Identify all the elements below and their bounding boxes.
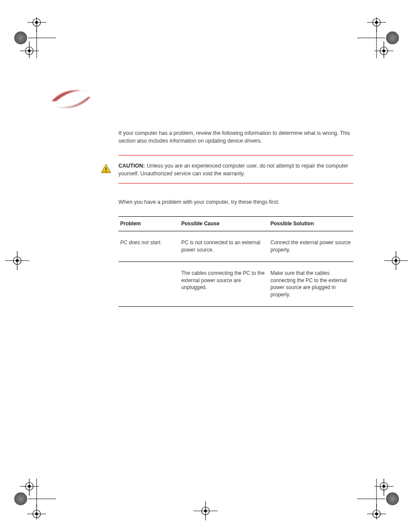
caution-text: Unless you are an experienced computer u… bbox=[118, 163, 348, 177]
crop-mark-icon bbox=[193, 500, 218, 523]
crop-mark-icon bbox=[4, 250, 30, 273]
crop-mark-icon bbox=[357, 479, 400, 521]
svg-point-38 bbox=[35, 513, 38, 515]
table-row: PC does not start. PC is not connected t… bbox=[118, 231, 353, 262]
svg-point-31 bbox=[25, 482, 33, 490]
caution-callout: CAUTION: Unless you are an experienced c… bbox=[118, 155, 353, 184]
svg-rect-56 bbox=[106, 167, 106, 170]
svg-point-23 bbox=[16, 259, 19, 262]
troubleshoot-table: Problem Possible Cause Possible Solution… bbox=[118, 216, 353, 307]
svg-point-2 bbox=[35, 21, 38, 24]
svg-point-57 bbox=[106, 171, 107, 172]
svg-point-13 bbox=[375, 21, 378, 24]
svg-point-30 bbox=[14, 492, 27, 505]
page-content: If your computer has a problem, review t… bbox=[118, 129, 353, 307]
svg-point-37 bbox=[33, 510, 40, 518]
crop-mark-icon bbox=[357, 17, 400, 60]
svg-point-47 bbox=[383, 485, 385, 488]
svg-point-27 bbox=[395, 259, 397, 262]
svg-point-7 bbox=[25, 47, 33, 55]
table-cell: PC is not connected to an external power… bbox=[180, 231, 269, 262]
table-cell: Connect the external power source proper… bbox=[269, 231, 353, 262]
troubleshoot-intro: When you have a problem with your comput… bbox=[118, 198, 353, 206]
svg-point-42 bbox=[204, 510, 207, 512]
table-cell bbox=[118, 261, 180, 306]
svg-point-22 bbox=[13, 257, 21, 264]
svg-point-12 bbox=[373, 19, 380, 26]
warning-icon bbox=[100, 163, 112, 174]
swoosh-logo-icon bbox=[47, 84, 95, 114]
svg-point-45 bbox=[386, 492, 399, 505]
svg-point-19 bbox=[383, 50, 385, 52]
table-cell: Make sure that the cables connecting the… bbox=[269, 261, 353, 306]
table-row: The cables connecting the PC to the exte… bbox=[118, 261, 353, 306]
table-header-row: Problem Possible Cause Possible Solution bbox=[118, 217, 353, 231]
svg-point-52 bbox=[373, 510, 380, 518]
crop-mark-icon bbox=[13, 479, 56, 521]
table-header: Possible Solution bbox=[269, 217, 353, 231]
svg-point-1 bbox=[33, 19, 40, 26]
svg-point-18 bbox=[380, 47, 388, 55]
svg-point-53 bbox=[375, 513, 378, 515]
table-cell: PC does not start. bbox=[118, 231, 180, 262]
svg-point-0 bbox=[14, 31, 27, 44]
table-header: Possible Cause bbox=[180, 217, 269, 231]
svg-point-8 bbox=[28, 50, 31, 52]
table-header: Problem bbox=[118, 217, 180, 231]
table-cell: The cables connecting the PC to the exte… bbox=[180, 261, 269, 306]
intro-paragraph: If your computer has a problem, review t… bbox=[118, 129, 353, 145]
svg-point-26 bbox=[392, 257, 400, 264]
svg-point-32 bbox=[28, 485, 31, 488]
svg-point-11 bbox=[386, 31, 399, 44]
svg-point-46 bbox=[380, 482, 388, 490]
svg-point-41 bbox=[202, 507, 209, 515]
caution-label: CAUTION: bbox=[118, 163, 145, 169]
crop-mark-icon bbox=[383, 250, 409, 273]
crop-mark-icon bbox=[13, 17, 56, 60]
